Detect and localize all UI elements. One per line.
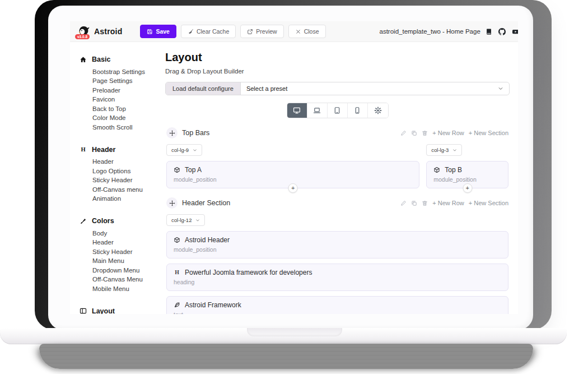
element-title: Powerful Joomla framework for developers bbox=[185, 269, 312, 276]
sidebar-item[interactable]: Mobile Menu bbox=[80, 284, 158, 294]
chevron-down-icon bbox=[452, 148, 457, 153]
device-button-desktop[interactable] bbox=[287, 103, 307, 118]
column-size-select[interactable]: col-lg-3 bbox=[426, 144, 462, 156]
element-card[interactable]: Astroid Framework text bbox=[166, 296, 508, 314]
page-title: Layout bbox=[165, 51, 510, 64]
settings-sidebar: Basic Bootstrap SettingsPage SettingsPre… bbox=[70, 42, 158, 314]
layout-section: Top Bars + New Row + New Section col-lg-… bbox=[166, 127, 508, 188]
new-row-link[interactable]: + New Row bbox=[432, 130, 464, 136]
sidebar-section-head[interactable]: Basic bbox=[80, 56, 158, 63]
close-icon bbox=[295, 29, 301, 35]
book-icon[interactable] bbox=[485, 28, 492, 35]
new-section-link[interactable]: + New Section bbox=[469, 130, 508, 136]
move-handle[interactable] bbox=[166, 127, 178, 138]
sidebar-item[interactable]: Dropdown Menu bbox=[80, 266, 158, 275]
copy-icon[interactable] bbox=[411, 130, 417, 136]
youtube-icon[interactable] bbox=[512, 28, 518, 35]
pencil-icon[interactable] bbox=[400, 130, 407, 136]
column-size-select[interactable]: col-lg-12 bbox=[166, 214, 205, 226]
sidebar-item[interactable]: Color Mode bbox=[80, 114, 158, 123]
sidebar-item[interactable]: Favicon bbox=[80, 95, 158, 105]
sidebar-item[interactable]: Main Menu bbox=[80, 257, 158, 266]
sidebar-section-head[interactable]: Colors bbox=[80, 217, 158, 225]
sidebar-item[interactable]: Header bbox=[80, 238, 158, 248]
desktop-icon bbox=[293, 107, 301, 114]
sidebar-item[interactable]: Page Settings bbox=[80, 77, 158, 86]
device-button-gear[interactable] bbox=[368, 103, 388, 118]
save-button[interactable]: Save bbox=[140, 25, 176, 38]
astroid-logo[interactable]: Astroid v3.0.8 bbox=[76, 25, 124, 38]
sidebar-item[interactable]: Animation bbox=[80, 195, 158, 204]
broom-icon bbox=[188, 29, 194, 35]
sidebar-item[interactable]: Body bbox=[80, 229, 158, 238]
app-screen: Astroid v3.0.8 Save Clear Cache Preview … bbox=[70, 21, 518, 314]
sidebar-item[interactable]: Header bbox=[80, 158, 158, 167]
device-button-laptop[interactable] bbox=[307, 103, 328, 118]
preset-select[interactable]: Select a preset bbox=[241, 82, 509, 95]
clear-cache-button[interactable]: Clear Cache bbox=[181, 25, 236, 38]
device-switcher bbox=[287, 103, 389, 118]
move-handle[interactable] bbox=[166, 197, 178, 209]
close-button[interactable]: Close bbox=[288, 25, 326, 38]
element-card[interactable]: Astroid Header module_position bbox=[166, 231, 508, 258]
add-element-button[interactable]: + bbox=[288, 183, 298, 193]
copy-icon[interactable] bbox=[411, 200, 417, 206]
sidebar-section-head[interactable]: H Header bbox=[80, 146, 158, 154]
column-size-select[interactable]: col-lg-9 bbox=[166, 144, 202, 156]
github-icon[interactable] bbox=[498, 28, 506, 35]
section-title: Top Bars bbox=[182, 129, 209, 137]
new-section-link[interactable]: + New Section bbox=[469, 200, 508, 206]
sidebar-item[interactable]: Smooth Scroll bbox=[80, 123, 158, 132]
sidebar-section-head[interactable]: Layout bbox=[80, 307, 158, 315]
device-button-tablet[interactable] bbox=[328, 103, 348, 118]
pencil-icon[interactable] bbox=[400, 200, 407, 206]
laptop-icon bbox=[313, 107, 321, 114]
layout-section: Header Section + New Row + New Section c… bbox=[166, 197, 508, 314]
device-button-mobile[interactable] bbox=[348, 103, 368, 118]
trash-icon[interactable] bbox=[422, 130, 428, 136]
sidebar-section-label: Colors bbox=[92, 217, 114, 225]
layout-column: col-lg-3 Top B module_position + bbox=[426, 144, 508, 188]
preview-button[interactable]: Preview bbox=[240, 25, 283, 38]
laptop-base-notch bbox=[247, 328, 342, 336]
chevron-down-icon bbox=[193, 148, 197, 153]
sidebar-section: Basic Bootstrap SettingsPage SettingsPre… bbox=[80, 56, 158, 132]
section-title: Header Section bbox=[182, 199, 230, 207]
tablet-icon bbox=[333, 107, 341, 114]
sidebar-item[interactable]: Preloader bbox=[80, 86, 158, 95]
move-icon bbox=[169, 200, 175, 206]
app-topbar: Astroid v3.0.8 Save Clear Cache Preview … bbox=[70, 21, 518, 42]
layout-column: col-lg-12 Astroid Header module_position… bbox=[166, 214, 508, 314]
new-row-link[interactable]: + New Row bbox=[432, 200, 464, 206]
preset-group: Load default configure Select a preset bbox=[165, 82, 510, 95]
move-icon bbox=[169, 130, 175, 136]
sidebar-item[interactable]: Off-Canvas Menu bbox=[80, 275, 158, 285]
sidebar-section: Layout bbox=[80, 307, 158, 315]
cube-icon bbox=[174, 237, 180, 243]
element-card[interactable]: H Powerful Joomla framework for develope… bbox=[166, 264, 508, 291]
sidebar-section-label: Layout bbox=[92, 307, 115, 315]
layout-row: col-lg-9 Top A module_position + col-lg-… bbox=[166, 144, 508, 188]
sidebar-item[interactable]: Logo Options bbox=[80, 167, 158, 176]
load-default-configure-button[interactable]: Load default configure bbox=[166, 82, 241, 95]
element-type: module_position bbox=[174, 246, 501, 253]
heading-h-icon: H bbox=[80, 146, 87, 153]
trash-icon[interactable] bbox=[422, 200, 428, 206]
sidebar-item[interactable]: Sticky Header bbox=[80, 176, 158, 186]
gear-icon bbox=[374, 107, 382, 114]
sidebar-item[interactable]: Back to Top bbox=[80, 104, 158, 114]
layout-icon bbox=[80, 307, 87, 314]
preset-select-value: Select a preset bbox=[246, 85, 287, 92]
layout-column: col-lg-9 Top A module_position + bbox=[166, 144, 419, 188]
svg-text:H: H bbox=[175, 269, 179, 275]
add-element-button[interactable]: + bbox=[463, 183, 472, 193]
sidebar-section-label: Basic bbox=[92, 56, 110, 63]
sidebar-item[interactable]: Bootstrap Settings bbox=[80, 67, 158, 77]
cube-icon bbox=[174, 167, 180, 173]
sidebar-item[interactable]: Sticky Header bbox=[80, 247, 158, 257]
page-subtitle: Drag & Drop Layout Builder bbox=[165, 68, 510, 75]
sidebar-item[interactable]: Off-Canvas menu bbox=[80, 185, 158, 195]
chevron-down-icon bbox=[498, 86, 503, 91]
heading-h-icon: H bbox=[174, 269, 180, 276]
topbar-icons bbox=[485, 27, 518, 36]
